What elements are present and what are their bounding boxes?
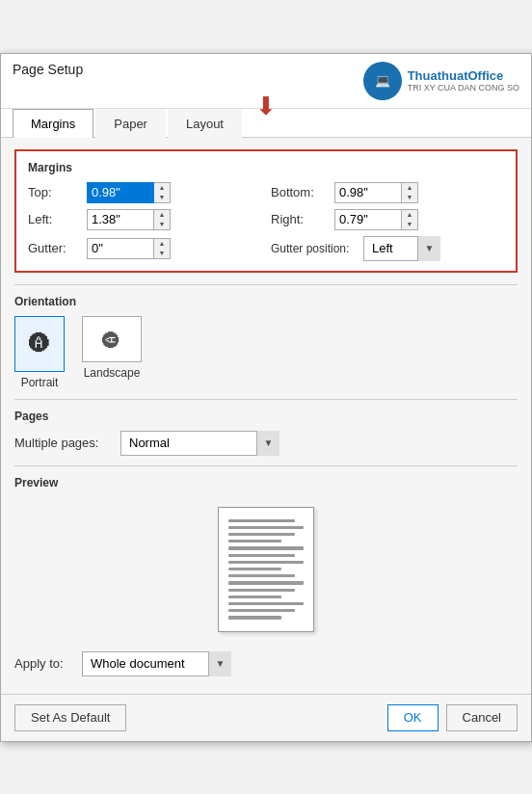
orientation-section-title: Orientation [14,295,518,308]
tabs-bar: Margins Paper Layout [1,109,531,138]
preview-line-8 [228,568,281,570]
top-spinner: ▲ ▼ [87,182,171,203]
gutter-spinner: ▲ ▼ [87,238,171,259]
preview-line-15 [228,616,281,619]
top-input[interactable] [87,182,154,203]
apply-row: Apply to: Whole document This section Th… [14,651,518,676]
multiple-pages-select[interactable]: Normal Mirror margins 2 pages per sheet … [120,431,279,456]
right-label: Right: [271,212,329,226]
preview-line-10 [228,581,304,584]
gutter-input[interactable] [87,238,154,259]
gutter-position-select-wrap: Left Top ▼ [363,236,440,261]
left-increment-button[interactable]: ▲ [154,210,170,220]
top-label: Top: [28,185,81,199]
orientation-section: Orientation 🅐 Portrait 🅐 Landscape [14,295,518,389]
right-input[interactable] [334,209,402,230]
gutter-label: Gutter: [28,241,81,255]
bottom-spinner: ▲ ▼ [334,182,418,203]
portrait-icon: 🅐 [14,316,65,372]
margins-section-title: Margins [28,161,504,174]
left-spinner-buttons: ▲ ▼ [154,209,171,230]
dialog-content: Margins Top: ▲ ▼ Bottom: [1,138,531,694]
preview-line-13 [228,602,304,605]
dialog-title: Page Setup [13,62,83,85]
preview-line-3 [228,533,295,536]
tab-margins[interactable]: Margins [13,109,93,138]
page-setup-dialog: Page Setup 💻 ThuathuatOffice TRI XY CUA … [0,53,532,742]
top-increment-button[interactable]: ▲ [154,183,170,193]
preview-line-1 [228,519,295,522]
preview-line-6 [228,554,295,557]
preview-page [218,507,314,632]
bottom-decrement-button[interactable]: ▼ [402,193,417,202]
bottom-field-row: Bottom: ▲ ▼ [271,182,504,203]
tab-layout[interactable]: Layout [168,109,242,138]
gutter-position-label: Gutter position: [271,242,358,255]
preview-line-11 [228,589,295,592]
bottom-label: Bottom: [271,185,329,199]
bottom-spinner-buttons: ▲ ▼ [402,182,418,203]
gutter-decrement-button[interactable]: ▼ [154,249,170,258]
preview-line-7 [228,561,304,564]
preview-box [14,497,518,642]
apply-to-select-wrap: Whole document This section This point f… [82,651,231,676]
bottom-increment-button[interactable]: ▲ [402,183,417,193]
portrait-label: Portrait [21,376,59,389]
preview-section-title: Preview [14,476,518,490]
pages-section: Pages Multiple pages: Normal Mirror marg… [14,410,518,456]
left-label: Left: [28,212,81,226]
gutter-position-field-row: Gutter position: Left Top ▼ [271,236,504,261]
preview-line-5 [228,546,304,549]
portrait-letter-icon: 🅐 [29,331,50,357]
tab-layout-label: Layout [186,117,224,131]
left-field-row: Left: ▲ ▼ [28,209,261,230]
title-bar-left: Page Setup [13,62,83,85]
apply-to-select[interactable]: Whole document This section This point f… [82,651,231,676]
pages-row: Multiple pages: Normal Mirror margins 2 … [14,431,518,456]
gutter-position-select[interactable]: Left Top [363,236,440,261]
bottom-input[interactable] [334,182,402,203]
tabs-container: Margins Paper Layout ⬇ [1,109,531,138]
set-default-button[interactable]: Set As Default [14,704,126,731]
apply-to-label: Apply to: [14,656,72,671]
logo-area: 💻 ThuathuatOffice TRI XY CUA DAN CONG SO [363,62,519,108]
left-input[interactable] [87,209,154,230]
right-increment-button[interactable]: ▲ [402,210,417,220]
landscape-icon: 🅐 [82,316,142,362]
tab-margins-label: Margins [31,117,75,131]
separator-2 [14,399,518,400]
gutter-field-row: Gutter: ▲ ▼ [28,236,261,261]
tab-paper[interactable]: Paper [95,109,166,138]
ok-button[interactable]: OK [387,704,439,731]
separator-3 [14,465,518,466]
separator-1 [14,284,518,285]
left-decrement-button[interactable]: ▼ [154,220,170,229]
landscape-label: Landscape [84,366,141,380]
top-spinner-buttons: ▲ ▼ [154,182,171,203]
logo-tagline: TRI XY CUA DAN CONG SO [408,83,519,93]
portrait-option[interactable]: 🅐 Portrait [14,316,65,389]
logo-text-area: ThuathuatOffice TRI XY CUA DAN CONG SO [408,68,519,93]
laptop-icon: 💻 [375,73,390,88]
preview-line-4 [228,540,281,543]
pages-section-title: Pages [14,410,518,423]
right-spinner-buttons: ▲ ▼ [402,209,418,230]
top-decrement-button[interactable]: ▼ [154,193,170,202]
right-decrement-button[interactable]: ▼ [402,220,417,229]
tab-paper-label: Paper [114,117,147,131]
logo-brand: ThuathuatOffice [408,68,504,83]
btn-right-group: OK Cancel [387,704,518,731]
landscape-option[interactable]: 🅐 Landscape [82,316,142,389]
preview-line-12 [228,596,281,598]
top-field-row: Top: ▲ ▼ [28,182,261,203]
preview-line-9 [228,574,295,577]
multiple-pages-select-wrap: Normal Mirror margins 2 pages per sheet … [120,431,279,456]
preview-line-2 [228,526,304,529]
margins-fields-grid: Top: ▲ ▼ Bottom: ▲ [28,182,504,261]
margins-section-box: Margins Top: ▲ ▼ Bottom: [14,149,518,273]
gutter-increment-button[interactable]: ▲ [154,239,170,249]
right-field-row: Right: ▲ ▼ [271,209,504,230]
right-spinner: ▲ ▼ [334,209,418,230]
cancel-button[interactable]: Cancel [446,704,518,731]
preview-section: Preview [14,476,518,642]
